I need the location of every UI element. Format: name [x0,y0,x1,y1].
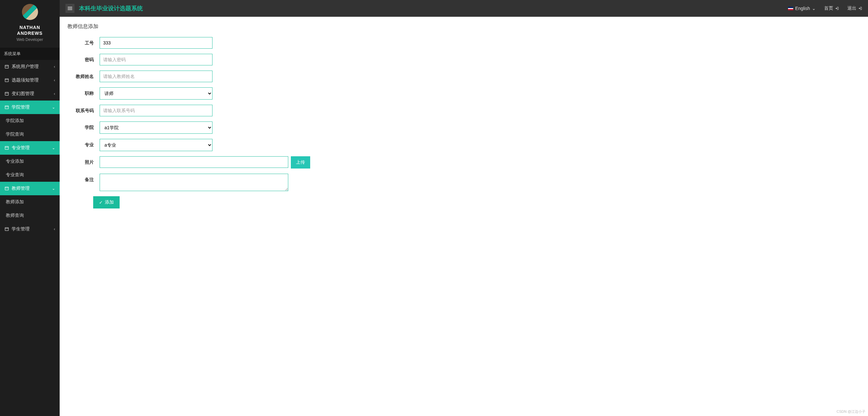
chevron-down-icon: ⌄ [52,186,55,191]
window-icon [4,78,9,83]
chevron-left-icon: ‹ [54,227,55,231]
svg-rect-12 [5,228,9,231]
label-major: 专业 [67,139,100,148]
content-area: 教师信息添加 工号 密码 教师姓名 职称 讲师 联系号码 [60,17,868,416]
window-icon [4,92,9,96]
sidebar-item-teacher[interactable]: 教师管理 ⌄ [0,182,60,195]
menu-toggle-button[interactable] [65,4,74,13]
sidebar-item-label: 选题须知管理 [11,77,39,83]
sidebar-item-label: 专业管理 [11,145,30,151]
submit-label: 添加 [105,199,114,205]
sidebar-item-major[interactable]: 专业管理 ⌄ [0,141,60,155]
chevron-down-icon: ⌄ [52,146,55,150]
svg-rect-2 [5,79,9,82]
sidebar-sub-major-query[interactable]: 专业查询 [0,168,60,182]
submit-button[interactable]: ✓ 添加 [93,196,120,209]
chevron-down-icon: ⌄ [52,105,55,109]
user-name: NATHAN ANDREWS [0,25,60,36]
profile-block: NATHAN ANDREWS Web Developer [0,0,60,48]
home-link[interactable]: 首页 [824,5,839,11]
window-icon [4,64,9,69]
svg-rect-10 [5,187,9,190]
svg-rect-4 [5,93,9,95]
sidebar: NATHAN ANDREWS Web Developer 系统菜单 系统用户管理… [0,0,60,416]
sidebar-sub-teacher-query[interactable]: 教师查询 [0,209,60,222]
home-label: 首页 [824,5,833,11]
password-input[interactable] [100,54,213,65]
window-icon [4,146,9,150]
svg-rect-6 [5,106,9,109]
label-college: 学院 [67,122,100,130]
label-remark: 备注 [67,174,100,183]
exit-icon [858,6,862,10]
page-title: 教师信息添加 [67,23,860,30]
photo-input[interactable] [100,156,288,168]
sidebar-item-label: 变幻图管理 [11,91,34,97]
sidebar-item-student[interactable]: 学生管理 ‹ [0,222,60,236]
window-icon [4,186,9,191]
sidebar-item-label: 教师管理 [11,186,30,191]
title-select[interactable]: 讲师 [100,87,213,100]
flag-icon [788,7,793,10]
chevron-left-icon: ‹ [54,64,55,69]
sidebar-item-label: 系统用户管理 [11,64,39,70]
sidebar-sub-major-add[interactable]: 专业添加 [0,155,60,168]
chevron-left-icon: ‹ [54,92,55,96]
sidebar-item-slideshow[interactable]: 变幻图管理 ‹ [0,87,60,100]
sidebar-menu-title: 系统菜单 [0,48,60,60]
window-icon [4,105,9,109]
svg-rect-8 [5,147,9,150]
topbar: 本科生毕业设计选题系统 English ⌄ 首页 退出 [60,0,868,17]
label-title: 职称 [67,87,100,96]
user-name-line1: NATHAN [19,25,40,30]
logout-link[interactable]: 退出 [847,5,862,11]
language-label: English [795,6,810,11]
college-select[interactable]: a1学院 [100,122,213,134]
exit-icon [835,6,839,10]
label-phone: 联系号码 [67,105,100,114]
check-icon: ✓ [99,200,103,205]
user-role: Web Developer [0,37,60,42]
sidebar-item-system-users[interactable]: 系统用户管理 ‹ [0,60,60,73]
label-teacher-name: 教师姓名 [67,71,100,79]
teacher-name-input[interactable] [100,71,213,82]
sidebar-item-label: 学生管理 [11,226,30,232]
label-photo: 照片 [67,156,100,165]
chevron-down-icon: ⌄ [812,6,816,11]
sidebar-sub-college-add[interactable]: 学院添加 [0,114,60,128]
app-title: 本科生毕业设计选题系统 [79,4,143,12]
major-select[interactable]: a专业 [100,139,213,151]
window-icon [4,227,9,231]
remark-textarea[interactable] [100,174,288,191]
upload-button[interactable]: 上传 [291,156,310,168]
chevron-left-icon: ‹ [54,78,55,83]
logout-label: 退出 [847,5,857,11]
label-job-no: 工号 [67,37,100,46]
svg-rect-0 [5,65,9,68]
sidebar-item-topic-notice[interactable]: 选题须知管理 ‹ [0,73,60,87]
sidebar-sub-teacher-add[interactable]: 教师添加 [0,195,60,209]
job-no-input[interactable] [100,37,213,49]
avatar [22,4,38,20]
watermark: CSDN @江边小子 [837,409,865,414]
sidebar-item-label: 学院管理 [11,104,30,110]
language-selector[interactable]: English ⌄ [788,6,816,11]
hamburger-icon [68,7,72,10]
sidebar-item-college[interactable]: 学院管理 ⌄ [0,100,60,114]
label-password: 密码 [67,54,100,63]
sidebar-sub-college-query[interactable]: 学院查询 [0,128,60,141]
user-name-line2: ANDREWS [17,31,42,36]
phone-input[interactable] [100,105,213,116]
